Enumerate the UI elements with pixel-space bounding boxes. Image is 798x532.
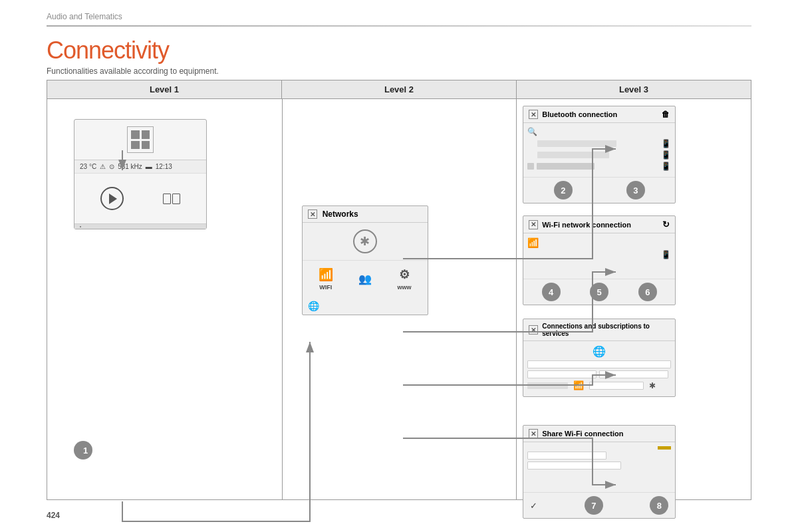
screen-icon: ▬ [146,163,152,170]
level1-header: Level 1 [47,80,282,98]
circle-7: 7 [585,496,603,515]
phone-icon-2: 📱 [661,150,671,160]
connections-close-btn[interactable]: ✕ [529,325,538,334]
play-button [100,187,124,210]
gear-icon: ⚙ [399,267,410,282]
bluetooth-title: Bluetooth connection [542,110,617,118]
wifi-signal-icon: 📶 [527,237,539,248]
bluetooth-circle-icon: ✱ [353,229,377,253]
networks-box: ✕ Networks ✱ 📶 WIFI 👥 ⚙ www [302,205,428,315]
share-wifi-footer: ✓ 7 8 [523,492,675,518]
radio-icon: ⊙ [109,163,114,170]
globe-icon-2: 🌐 [593,345,606,358]
refresh-icon: ↻ [662,219,670,229]
www-label: www [397,284,411,291]
connections-title: Connections and subscriptions to service… [542,323,670,337]
device-status: 23 °C ⚠ ⊙ 531 kHz ▬ 12:13 [74,160,206,174]
bluetooth-header: ✕ Bluetooth connection 🗑 [523,106,675,123]
circle-2: 2 [554,181,573,200]
bluetooth-close-btn[interactable]: ✕ [529,110,538,119]
page-subtitle: Functionalities available according to e… [47,66,219,76]
networks-title: Networks [323,209,358,219]
circle-8: 8 [650,496,668,515]
top-rule [47,25,751,27]
wifi-icon: 📶 [319,267,333,282]
device-top [74,120,206,160]
person-wifi-icon: 📱 [661,250,671,259]
wifi-content: 📶 📱 [523,233,675,279]
content-area: 23 °C ⚠ ⊙ 531 kHz ▬ 12:13 [47,99,751,500]
wifi-title: Wi-Fi network connection [542,221,631,229]
trash-icon: 🗑 [662,110,670,119]
page-number: 424 [47,511,60,520]
share-wifi-header: ✕ Share Wi-Fi connection [523,426,675,442]
main-table: Level 1 Level 2 Level 3 [47,80,751,502]
wifi-header: ✕ Wi-Fi network connection ↻ [523,216,675,233]
wifi-footer: 4 5 6 [523,279,675,305]
wifi-icon-sm2: 📶 [573,380,584,390]
bluetooth-content: 🔍 📱 📱 📱 [523,123,675,177]
device-grid-icon [127,126,154,153]
phone-icon-1: 📱 [661,139,671,148]
circle-4: 4 [542,283,561,301]
networks-icon-row: ✱ [303,223,428,261]
page-title: Connectivity [47,37,169,65]
circle-3: 3 [626,181,645,200]
bluetooth-box: ✕ Bluetooth connection 🗑 🔍 📱 📱 [523,106,676,203]
level2-header: Level 2 [282,80,517,98]
connections-header: ✕ Connections and subscriptions to servi… [523,319,675,341]
www-icon-group: ⚙ www [397,267,411,291]
yellow-bar [658,446,671,450]
wifi-label: WIFI [319,284,332,291]
share-wifi-content [523,442,675,492]
share-wifi-title: Share Wi-Fi connection [542,430,623,438]
wifi-icon-group: 📶 WIFI [319,267,333,291]
level1-col: 23 °C ⚠ ⊙ 531 kHz ▬ 12:13 [47,99,282,499]
networks-header: ✕ Networks [303,206,428,223]
level-headers: Level 1 Level 2 Level 3 [47,80,751,99]
device-screen: 23 °C ⚠ ⊙ 531 kHz ▬ 12:13 [74,119,207,229]
connections-content: 🌐 📶 ✱ [523,341,675,396]
phone-icon-3: 📱 [661,162,671,171]
warning-icon: ⚠ [100,163,106,170]
networks-close-btn[interactable]: ✕ [308,209,317,219]
wifi-close-btn[interactable]: ✕ [529,220,538,229]
bluetooth-footer: 2 3 [523,177,675,203]
device-bottom [74,223,206,229]
wifi-box: ✕ Wi-Fi network connection ↻ 📶 📱 4 [523,215,676,305]
level3-col: ✕ Bluetooth connection 🗑 🔍 📱 📱 [516,99,751,499]
networks-bottom-icons: 📶 WIFI 👥 ⚙ www [303,261,428,297]
device-main [74,174,206,223]
level2-col: ✕ Networks ✱ 📶 WIFI 👥 ⚙ www [282,99,517,499]
circle-6: 6 [638,283,657,301]
people-icon-group: 👥 [358,273,372,285]
search-icon-bt: 🔍 [527,127,537,136]
circle-1: 2 1 [74,441,92,460]
check-icon: ✓ [530,501,537,511]
people-icon: 👥 [358,273,372,285]
bt-icon-sm: ✱ [649,381,656,390]
circle-5: 5 [590,283,608,301]
share-wifi-box: ✕ Share Wi-Fi connection ✓ [523,425,676,519]
globe-icon: 🌐 [308,301,319,311]
double-rect-icon [163,194,180,204]
page-header: Audio and Telematics [47,12,122,21]
networks-footer: 🌐 [303,297,428,315]
share-wifi-close-btn[interactable]: ✕ [529,429,538,438]
level3-header: Level 3 [517,80,751,98]
connections-box: ✕ Connections and subscriptions to servi… [523,319,676,397]
